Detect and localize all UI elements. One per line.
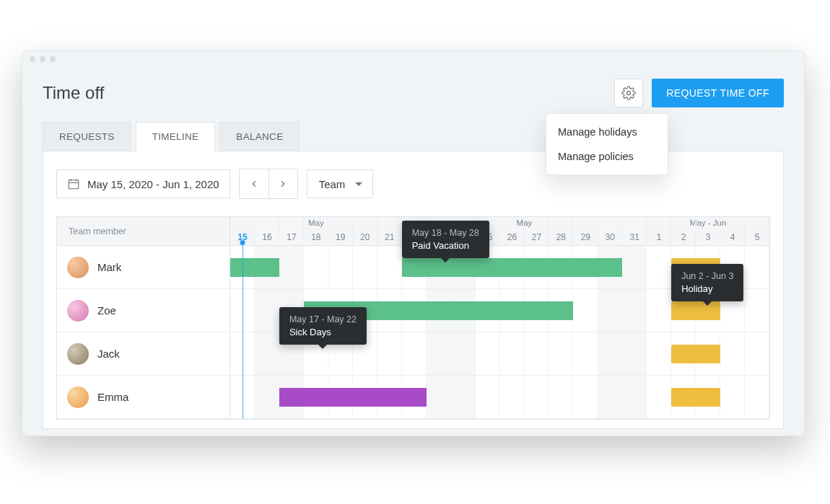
day-cell (598, 376, 622, 418)
day-cell (328, 246, 353, 288)
tab-timeline[interactable]: TIMELINE (136, 122, 216, 151)
day-cell (598, 332, 622, 375)
day-cell (573, 332, 598, 375)
tab-balance[interactable]: BALANCE (219, 122, 300, 151)
team-filter-label: Team (319, 178, 346, 190)
window-dot (50, 56, 56, 62)
tooltip-dates: May 18 - May 28 (412, 228, 479, 238)
settings-dropdown: Manage holidays Manage policies (546, 113, 668, 175)
timeoff-bar[interactable] (671, 388, 720, 407)
day-cell (549, 332, 573, 375)
day-cell (279, 246, 304, 288)
day-cell (647, 246, 671, 288)
day-number: 2 (671, 232, 696, 242)
timeline-row: JackMay 17 - May 22Sick Days (57, 332, 769, 376)
request-time-off-button[interactable]: REQUEST TIME OFF (652, 79, 784, 107)
timeoff-bar[interactable] (671, 301, 720, 320)
window-dot (30, 56, 35, 62)
day-number: 29 (573, 232, 598, 242)
day-number: 26 (499, 232, 524, 242)
day-cell (402, 332, 427, 375)
day-number: 4 (720, 232, 745, 242)
day-number: 15 (230, 232, 255, 242)
member-name: Mark (97, 261, 121, 273)
day-cell (427, 376, 451, 418)
day-number: 5 (745, 232, 769, 242)
timeoff-bar[interactable] (402, 258, 623, 277)
chevron-right-icon (278, 179, 288, 189)
tab-requests[interactable]: REQUESTS (43, 122, 131, 151)
day-cell (622, 289, 647, 332)
member-cell: Zoe (57, 289, 230, 332)
avatar (67, 257, 89, 278)
day-cell (745, 246, 769, 288)
timeline-row: Emma (57, 376, 769, 419)
member-cell: Emma (57, 376, 230, 418)
day-cell (451, 376, 476, 418)
date-range-label: May 15, 2020 - Jun 1, 2020 (87, 178, 219, 190)
avatar (67, 386, 89, 408)
col-header-member: Team member (57, 217, 230, 245)
day-cell (499, 332, 524, 375)
team-filter-select[interactable]: Team (307, 169, 374, 198)
svg-point-0 (627, 92, 631, 95)
day-cell (745, 332, 769, 375)
day-number: 21 (377, 232, 402, 242)
day-cell (230, 289, 255, 332)
day-cell (622, 246, 647, 288)
day-number: 30 (598, 232, 622, 242)
timeoff-bar[interactable] (671, 345, 720, 363)
day-cell (549, 376, 573, 418)
day-number: 28 (549, 232, 573, 242)
day-cell (377, 246, 402, 288)
next-range-button[interactable] (268, 169, 297, 198)
day-cell (598, 289, 622, 332)
menu-item-manage-holidays[interactable]: Manage holidays (546, 120, 668, 144)
menu-item-manage-policies[interactable]: Manage policies (546, 144, 668, 169)
today-indicator-dot (240, 240, 245, 245)
timeoff-bar[interactable] (230, 258, 279, 277)
chevron-down-icon (355, 182, 362, 186)
chevron-left-icon (249, 179, 259, 189)
tooltip: Jun 2 - Jun 3Holiday (671, 264, 743, 301)
day-cell (476, 376, 500, 418)
settings-button[interactable] (614, 79, 643, 107)
day-number: 20 (353, 232, 377, 242)
tooltip-label: Sick Days (289, 327, 357, 337)
day-cell (573, 289, 598, 332)
tooltip-dates: May 17 - May 22 (289, 314, 357, 324)
member-name: Jack (97, 348, 120, 360)
date-range-picker[interactable]: May 15, 2020 - Jun 1, 2020 (56, 169, 230, 198)
day-cell (647, 332, 671, 375)
day-cell (230, 332, 255, 375)
timeoff-bar[interactable] (279, 388, 427, 407)
window-dot (40, 56, 45, 62)
svg-rect-1 (69, 180, 79, 189)
day-cell (524, 332, 549, 375)
day-cell (524, 376, 549, 418)
member-cell: Mark (57, 246, 230, 288)
day-cell (745, 289, 769, 332)
timeline-panel: May 15, 2020 - Jun 1, 2020 Team (43, 151, 784, 429)
day-cell (622, 332, 647, 375)
day-cell (353, 246, 377, 288)
member-name: Zoe (97, 304, 116, 317)
prev-range-button[interactable] (240, 169, 268, 198)
day-number: 27 (524, 232, 549, 242)
day-cell (622, 376, 647, 418)
page-title: Time off (43, 83, 104, 103)
timeline-grid: Team member MayMayMay - Jun1516171819202… (56, 216, 770, 420)
day-cell (304, 246, 328, 288)
row-grid (230, 376, 769, 418)
tooltip: May 18 - May 28Paid Vacation (402, 221, 489, 258)
timeline-row: MarkMay 18 - May 28Paid Vacation (57, 246, 769, 289)
avatar (67, 300, 89, 322)
day-number: 31 (622, 232, 647, 242)
day-cell (573, 376, 598, 418)
day-cell (720, 376, 745, 418)
day-number: 19 (328, 232, 353, 242)
gear-icon (621, 86, 636, 100)
tooltip-dates: Jun 2 - Jun 3 (681, 271, 733, 281)
day-cell (647, 376, 671, 418)
member-name: Emma (97, 391, 128, 403)
